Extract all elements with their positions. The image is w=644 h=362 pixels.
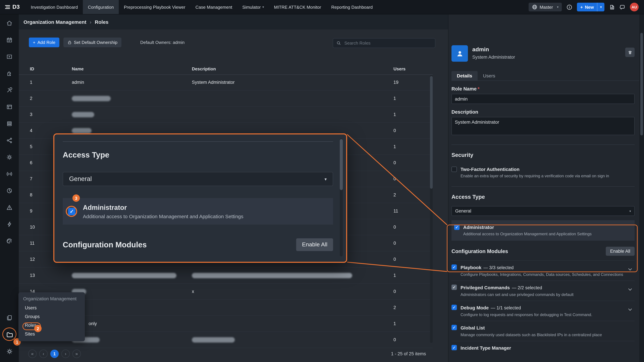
first-page-button[interactable]: « (28, 350, 36, 358)
utility-tools-icon[interactable] (0, 82, 19, 98)
two-factor-description: Enable an extra layer of security by req… (460, 174, 609, 178)
master-selector[interactable]: Master ▾ (528, 3, 562, 11)
divider (452, 144, 634, 145)
redacted-description (192, 337, 235, 343)
module-incident-type-manager[interactable]: ✓ Incident Type Manager (452, 341, 634, 355)
d3-logo[interactable]: D3 (0, 4, 26, 10)
automation-lightning-icon[interactable] (0, 216, 19, 233)
connections-icon[interactable] (0, 132, 19, 149)
signal-broadcast-icon[interactable] (0, 166, 19, 182)
description-input[interactable]: System Administrator (452, 117, 634, 135)
table-row[interactable]: 2 1 (19, 90, 433, 107)
set-default-ownership-button[interactable]: Set Default Ownership (64, 37, 122, 47)
previous-page-button[interactable]: ‹ (39, 350, 48, 358)
new-dropdown-toggle[interactable]: ▾ (597, 3, 604, 11)
configuration-modules-header: Configuration Modules Enable All (452, 247, 634, 256)
breadcrumb-root[interactable]: Organization Management (24, 19, 86, 25)
popup-access-type-select[interactable]: General ▾ (63, 172, 333, 186)
role-avatar (452, 45, 468, 62)
role-header: admin System Administrator (448, 14, 639, 62)
module-checkbox[interactable]: ✓ (452, 305, 457, 310)
table-row[interactable]: 1 admin System Administrator 19 (19, 74, 433, 90)
menu-item-sites[interactable]: Sites (18, 330, 85, 338)
module-debug-mode[interactable]: ✓ Debug Mode— 1/1 selected Configure to … (452, 301, 634, 321)
administrator-checkbox[interactable]: ✓ (454, 225, 460, 230)
table-scrollbar-thumb[interactable] (430, 76, 433, 189)
nav-preprocessing-playbook-viewer[interactable]: Preprocessing Playbook Viewer (119, 0, 190, 14)
module-checkbox[interactable]: ✓ (452, 285, 457, 290)
column-header-users[interactable]: Users (394, 66, 433, 71)
chevron-down-icon: ▾ (600, 5, 602, 9)
page-scrollbar-thumb[interactable] (640, 33, 643, 135)
chat-button[interactable] (620, 4, 625, 10)
menu-item-users[interactable]: Users (18, 303, 85, 312)
chevron-down-icon[interactable] (628, 287, 632, 292)
document-icon (609, 4, 615, 10)
menu-item-groups[interactable]: Groups (18, 312, 85, 321)
module-checkbox[interactable]: ✓ (452, 325, 457, 330)
tab-users[interactable]: Users (478, 71, 500, 80)
search-roles-input[interactable] (344, 40, 432, 46)
popup-enable-all-button[interactable]: Enable All (296, 238, 333, 251)
nav-configuration[interactable]: Configuration (83, 0, 119, 14)
module-privileged-commands[interactable]: ✓ Privileged Commands— 2/2 selected Admi… (452, 281, 634, 301)
alert-triangle-icon[interactable] (0, 199, 19, 216)
access-type-select[interactable]: General ▾ (452, 206, 634, 216)
settings-gear-icon[interactable] (0, 149, 19, 166)
column-header-description[interactable]: Description (192, 66, 394, 71)
info-button[interactable] (566, 4, 572, 10)
copy-pages-icon[interactable] (0, 309, 19, 326)
role-name-input[interactable] (452, 94, 634, 104)
data-stack-icon[interactable] (0, 115, 19, 132)
pagination: « ‹ 1 › » 1 - 25 of 25 items (19, 350, 448, 358)
user-avatar[interactable]: AU (630, 3, 639, 11)
module-checkbox[interactable]: ✓ (452, 265, 457, 270)
column-header-name[interactable]: Name (72, 66, 192, 71)
column-header-id[interactable]: ID (19, 66, 72, 71)
redacted-description (192, 273, 352, 278)
reports-donut-icon[interactable] (0, 182, 19, 199)
chevron-down-icon[interactable] (628, 307, 632, 312)
home-icon[interactable] (0, 15, 19, 31)
nav-simulator[interactable]: Simulator▾ (237, 0, 269, 14)
configuration-modules-title: Configuration Modules (452, 248, 508, 254)
calendar-check-icon[interactable] (0, 31, 19, 48)
last-page-button[interactable]: » (72, 350, 81, 358)
tab-details[interactable]: Details (452, 71, 478, 80)
table-row[interactable]: 13 1 (19, 268, 433, 284)
breadcrumb-separator-icon: › (90, 19, 92, 25)
module-global-list[interactable]: ✓ Global List Manage commonly used datas… (452, 321, 634, 341)
menu-item-roles[interactable]: Roles (18, 321, 85, 330)
lock-icon (68, 40, 72, 44)
annotation-step-2-badge: 2 (34, 325, 42, 332)
integrations-puzzle-icon[interactable] (0, 65, 19, 82)
nav-reporting-dashboard[interactable]: Reporting Dashboard (326, 0, 378, 14)
menu-header: Organization Management (18, 295, 85, 303)
role-details-panel: admin System Administrator Details Users… (448, 14, 639, 362)
nav-investigation-dashboard[interactable]: Investigation Dashboard (26, 0, 83, 14)
delete-role-button[interactable] (625, 48, 634, 57)
table-row[interactable]: 3 1 (19, 107, 433, 123)
two-factor-checkbox[interactable] (452, 167, 457, 172)
chevron-down-icon: ▾ (324, 176, 327, 182)
popup-scrollbar-thumb[interactable] (340, 139, 343, 190)
top-bar: D3 Investigation Dashboard Configuration… (0, 0, 644, 14)
documents-button[interactable] (609, 4, 615, 10)
playbook-icon[interactable] (0, 48, 19, 65)
module-playbook[interactable]: ✓ Playbook— 3/3 selected Configure Playb… (452, 260, 634, 281)
fingerprint-icon[interactable] (0, 233, 19, 249)
chevron-down-icon[interactable] (628, 267, 632, 272)
module-checkbox[interactable]: ✓ (452, 345, 457, 350)
popup-configuration-modules-header: Configuration Modules Enable All (63, 238, 333, 251)
person-icon (455, 49, 464, 58)
pagination-summary: 1 - 25 of 25 items (391, 351, 448, 356)
nav-mitre-attack-monitor[interactable]: MITRE ATT&CK Monitor (269, 0, 326, 14)
add-role-button[interactable]: + Add Role (29, 37, 59, 47)
apps-window-icon[interactable] (0, 98, 19, 115)
nav-case-management[interactable]: Case Management (190, 0, 237, 14)
popup-administrator-checkbox[interactable]: ✓ (68, 208, 76, 215)
new-button[interactable]: +New ▾ (577, 3, 604, 11)
enable-all-button[interactable]: Enable All (606, 247, 634, 256)
page-1-button[interactable]: 1 (50, 350, 59, 358)
next-page-button[interactable]: › (62, 350, 70, 358)
